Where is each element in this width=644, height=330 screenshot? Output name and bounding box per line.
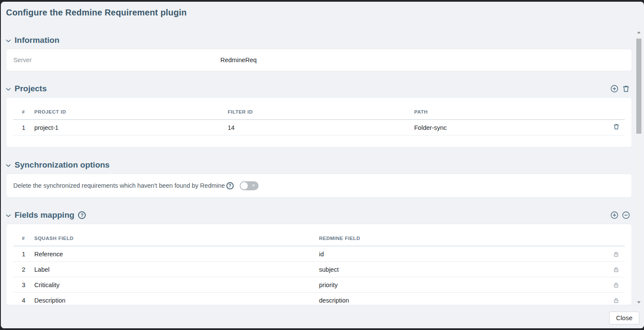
- toggle-off-mark: ×: [252, 183, 255, 188]
- chevron-down-icon: [6, 39, 11, 42]
- fields-table-header: # SQUASH FIELD REDMINE FIELD: [13, 231, 625, 246]
- scroll-up-arrow-icon[interactable]: [636, 29, 642, 35]
- delete-project-row-button[interactable]: [613, 123, 620, 130]
- redmine-plugin-config-dialog: Configure the Redmine Requirement plugin…: [1, 2, 644, 328]
- server-value: RedmineReq: [220, 57, 257, 63]
- delete-projects-button[interactable]: [622, 84, 630, 93]
- delete-sync-toggle[interactable]: ×: [240, 181, 259, 190]
- field-row-redmine-field: description: [319, 297, 608, 304]
- lock-icon: [613, 282, 620, 288]
- column-header-index: #: [22, 109, 34, 114]
- project-row-path[interactable]: Folder-sync: [414, 124, 608, 131]
- projects-section-title: Projects: [15, 84, 47, 93]
- field-row-index: 1: [22, 251, 34, 258]
- trash-icon: [622, 84, 630, 93]
- column-header-path: PATH: [414, 109, 608, 114]
- project-row: 1 project-1 14 Folder-sync: [13, 120, 625, 135]
- field-row-squash-field: Criticality: [34, 282, 319, 288]
- field-row-squash-field: Reference: [34, 251, 319, 258]
- column-header-index: #: [22, 236, 34, 241]
- field-row-index: 4: [22, 297, 34, 304]
- plus-circle-icon: [610, 84, 619, 93]
- dialog-footer: Close: [1, 308, 644, 328]
- scroll-down-arrow-icon[interactable]: [636, 299, 642, 305]
- projects-table: # PROJECT ID FILTER ID PATH 1 project-1 …: [6, 97, 632, 147]
- server-label: Server: [13, 57, 220, 63]
- chevron-down-icon: [6, 88, 11, 91]
- projects-heading-left[interactable]: Projects: [6, 84, 47, 93]
- lock-icon: [613, 266, 620, 273]
- question-circle-icon[interactable]: ?: [226, 182, 234, 189]
- plus-circle-icon: [610, 211, 619, 219]
- field-row-redmine-field: priority: [319, 282, 608, 288]
- sync-options-section-heading: Synchronization options: [6, 160, 632, 170]
- dialog-scroll-area: Information Server RedmineReq Projects: [1, 27, 644, 308]
- fields-mapping-section-heading: Fields mapping ?: [6, 210, 632, 220]
- information-section-heading: Information: [6, 36, 632, 45]
- field-mapping-row: 2 Label subject: [13, 262, 625, 277]
- add-field-mapping-button[interactable]: [610, 211, 619, 219]
- projects-section-heading: Projects: [6, 84, 632, 93]
- field-row-index: 2: [22, 266, 34, 273]
- scrollbar-thumb[interactable]: [636, 39, 641, 134]
- sync-options-section-title: Synchronization options: [15, 160, 110, 170]
- column-header-filter-id: FILTER ID: [228, 109, 414, 114]
- remove-field-mapping-button[interactable]: [622, 211, 630, 219]
- projects-table-header: # PROJECT ID FILTER ID PATH: [13, 105, 625, 120]
- field-mapping-row: 4 Description description: [13, 293, 625, 305]
- question-circle-icon[interactable]: ?: [78, 211, 86, 219]
- sync-options-heading-left[interactable]: Synchronization options: [6, 160, 110, 170]
- toggle-knob: [241, 182, 248, 189]
- fields-mapping-section-title: Fields mapping: [15, 210, 74, 220]
- information-card: Server RedmineReq: [6, 49, 632, 71]
- field-row-redmine-field: subject: [319, 266, 608, 273]
- dialog-header: Configure the Redmine Requirement plugin: [1, 2, 644, 27]
- field-row-squash-field: Description: [34, 297, 319, 304]
- field-row-squash-field: Label: [34, 266, 319, 273]
- field-mapping-row: 3 Criticality priority: [13, 277, 625, 293]
- lock-icon: [613, 297, 620, 304]
- project-row-project-id[interactable]: project-1: [34, 124, 228, 131]
- vertical-scrollbar[interactable]: [636, 28, 642, 306]
- field-row-index: 3: [22, 282, 34, 288]
- trash-icon: [613, 123, 620, 130]
- chevron-down-icon: [6, 214, 11, 217]
- field-mapping-row: 1 Reference id: [13, 246, 625, 262]
- column-header-redmine-field: REDMINE FIELD: [319, 236, 608, 241]
- minus-circle-icon: [622, 211, 630, 219]
- column-header-squash-field: SQUASH FIELD: [34, 236, 319, 241]
- sync-options-card: Delete the synchronized requirements whi…: [6, 174, 632, 198]
- close-button[interactable]: Close: [609, 312, 639, 324]
- information-heading-left[interactable]: Information: [6, 36, 60, 45]
- add-project-button[interactable]: [610, 84, 619, 93]
- project-row-filter-id[interactable]: 14: [228, 124, 414, 131]
- fields-mapping-table: # SQUASH FIELD REDMINE FIELD 1 Reference…: [6, 224, 632, 305]
- fields-mapping-heading-left[interactable]: Fields mapping ?: [6, 210, 86, 220]
- dialog-title: Configure the Redmine Requirement plugin: [6, 8, 644, 18]
- lock-icon: [613, 251, 620, 258]
- project-row-index: 1: [22, 124, 34, 131]
- chevron-down-icon: [6, 164, 11, 167]
- column-header-project-id: PROJECT ID: [34, 109, 228, 114]
- delete-sync-option-label: Delete the synchronized requirements whi…: [13, 182, 225, 189]
- information-section-title: Information: [15, 36, 60, 45]
- field-row-redmine-field: id: [319, 251, 608, 258]
